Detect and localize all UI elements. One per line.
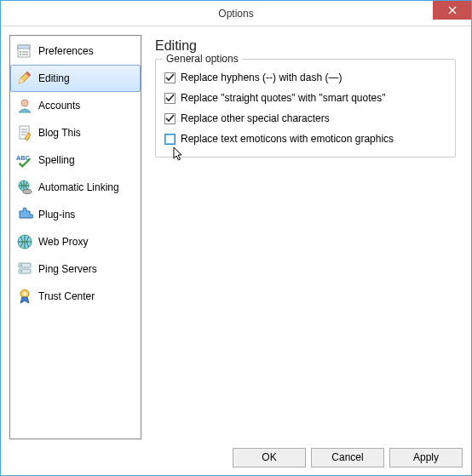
- close-icon: [448, 6, 457, 14]
- puzzle-icon: [16, 206, 33, 223]
- checkbox-icon: [164, 93, 176, 104]
- title-bar: Options: [1, 1, 471, 26]
- dialog-footer: OK Cancel Apply: [1, 439, 471, 475]
- globe-link-icon: [16, 179, 33, 196]
- sidebar-item-label: Spelling: [38, 154, 75, 166]
- sidebar-item-accounts[interactable]: Accounts: [10, 92, 141, 119]
- globe-icon: [16, 233, 33, 250]
- sidebar-item-label: Ping Servers: [38, 263, 97, 275]
- server-icon: [16, 261, 33, 278]
- option-label: Replace hyphens (--) with dash (—): [181, 72, 342, 83]
- spellcheck-icon: ABC: [16, 152, 33, 169]
- svg-point-15: [23, 292, 27, 296]
- sidebar-item-trust-center[interactable]: Trust Center: [10, 283, 141, 310]
- document-icon: [16, 124, 33, 141]
- sidebar-item-label: Blog This: [38, 127, 81, 139]
- close-button[interactable]: [433, 1, 471, 20]
- checkbox-icon: [164, 113, 176, 124]
- ok-button[interactable]: OK: [233, 448, 306, 467]
- option-replace-special[interactable]: Replace other special characters: [164, 112, 446, 124]
- category-sidebar: Preferences Editing Accounts Blog This: [9, 35, 141, 439]
- options-dialog: Options Preferences Editing: [0, 0, 472, 476]
- svg-rect-1: [18, 45, 30, 49]
- dialog-body: Preferences Editing Accounts Blog This: [1, 26, 471, 439]
- sidebar-item-preferences[interactable]: Preferences: [10, 37, 141, 65]
- sidebar-item-automatic-linking[interactable]: Automatic Linking: [10, 174, 141, 201]
- sidebar-item-blog-this[interactable]: Blog This: [10, 119, 141, 146]
- svg-point-2: [20, 51, 21, 53]
- sidebar-item-label: Preferences: [38, 45, 94, 57]
- sidebar-item-label: Trust Center: [38, 290, 95, 302]
- sidebar-item-editing[interactable]: Editing: [10, 65, 141, 92]
- preferences-icon: [16, 43, 33, 60]
- svg-point-8: [23, 190, 32, 194]
- window-title: Options: [218, 8, 253, 20]
- option-label: Replace text emoticons with emoticon gra…: [181, 133, 394, 145]
- sidebar-item-label: Automatic Linking: [38, 181, 119, 193]
- sidebar-item-web-proxy[interactable]: Web Proxy: [10, 228, 141, 255]
- option-replace-hyphens[interactable]: Replace hyphens (--) with dash (—): [164, 72, 446, 83]
- checkbox-icon: [164, 72, 176, 83]
- sidebar-item-label: Accounts: [38, 100, 80, 112]
- sidebar-item-label: Plug-ins: [38, 209, 75, 221]
- user-icon: [16, 97, 33, 114]
- sidebar-item-spelling[interactable]: ABC Spelling: [10, 146, 141, 174]
- cursor-icon: [173, 146, 185, 164]
- option-label: Replace "straight quotes" with "smart qu…: [181, 92, 386, 104]
- option-label: Replace other special characters: [181, 112, 330, 124]
- sidebar-item-label: Web Proxy: [38, 236, 88, 248]
- content-panel: Editing General options Replace hyphens …: [148, 35, 463, 439]
- checkbox-icon: [164, 134, 176, 145]
- page-heading: Editing: [155, 38, 456, 54]
- apply-button[interactable]: Apply: [389, 448, 463, 467]
- cancel-button[interactable]: Cancel: [311, 448, 384, 467]
- general-options-group: General options Replace hyphens (--) wit…: [155, 59, 456, 158]
- group-legend: General options: [163, 53, 242, 65]
- sidebar-item-ping-servers[interactable]: Ping Servers: [10, 255, 141, 283]
- option-replace-quotes[interactable]: Replace "straight quotes" with "smart qu…: [164, 92, 446, 104]
- pencil-icon: [16, 70, 33, 87]
- sidebar-item-plugins[interactable]: Plug-ins: [10, 201, 141, 228]
- svg-point-3: [20, 54, 21, 55]
- svg-point-4: [21, 100, 28, 106]
- sidebar-item-label: Editing: [38, 72, 70, 84]
- option-replace-emoticons[interactable]: Replace text emoticons with emoticon gra…: [164, 133, 446, 145]
- svg-point-13: [20, 271, 22, 272]
- ribbon-icon: [16, 288, 33, 305]
- svg-point-12: [20, 265, 22, 267]
